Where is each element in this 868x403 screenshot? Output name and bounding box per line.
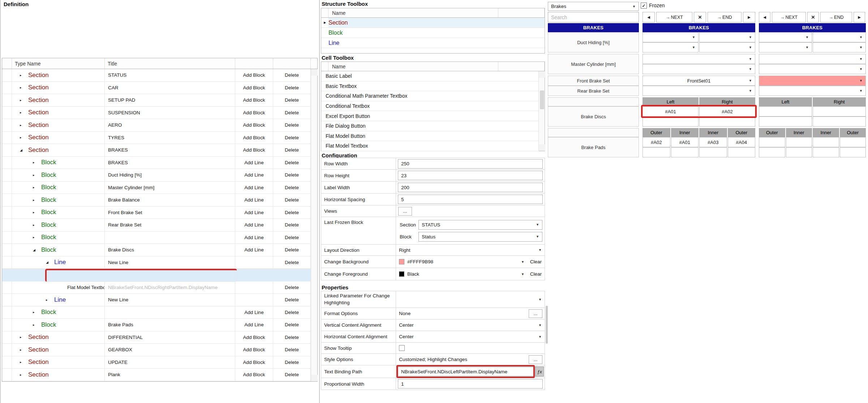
brake-disc-cell[interactable]: [813, 106, 866, 116]
cell-toolbox-item[interactable]: Conditional Math Parameter Textbox: [321, 91, 539, 101]
chevron-down-icon[interactable]: ▼: [805, 46, 809, 49]
nav-prev-button[interactable]: ◀: [759, 12, 770, 22]
delete-button[interactable]: Delete: [273, 369, 311, 381]
chevron-down-icon[interactable]: ▼: [859, 57, 863, 61]
cell-toolbox-item[interactable]: Basic Textbox: [321, 81, 539, 92]
brake-pad-cell[interactable]: [813, 147, 839, 157]
add-block-button[interactable]: Add Block: [235, 69, 273, 82]
nav-forward-button[interactable]: ▶: [743, 12, 755, 22]
expander-collapsed-icon[interactable]: ▸: [33, 223, 35, 227]
style-options-ellipsis-button[interactable]: ...: [529, 355, 542, 364]
add-line-button[interactable]: Add Line: [235, 306, 273, 319]
delete-button[interactable]: Delete: [273, 232, 311, 244]
expander-collapsed-icon[interactable]: ▸: [20, 348, 22, 352]
tree-row[interactable]: ▸SectionAEROAdd BlockDelete: [2, 119, 311, 132]
show-tooltip-checkbox[interactable]: [399, 345, 405, 351]
brake-pad-cell[interactable]: [699, 147, 727, 157]
delete-button[interactable]: Delete: [273, 269, 311, 269]
chevron-down-icon[interactable]: ▼: [521, 272, 524, 276]
tree-row[interactable]: ▸SectionDIFFERENTIALAdd BlockDelete: [2, 331, 311, 344]
change-background-clear-button[interactable]: Clear: [530, 259, 542, 264]
scroll-up-icon[interactable]: [311, 69, 318, 76]
horizontal-spacing-input[interactable]: 5: [398, 195, 543, 204]
tree-row[interactable]: ▸BlockBRAKESAdd LineDelete: [2, 157, 311, 169]
nav-next-button[interactable]: →NEXT: [656, 12, 692, 22]
duct-combobox[interactable]: ▼: [813, 42, 866, 52]
chevron-down-icon[interactable]: ▼: [692, 46, 695, 49]
delete-button[interactable]: Delete: [273, 306, 311, 319]
chevron-down-icon[interactable]: ▼: [859, 67, 863, 71]
brake-pad-cell[interactable]: [813, 137, 839, 147]
chevron-down-icon[interactable]: ▼: [859, 35, 863, 39]
cell-toolbox-item[interactable]: Excel Export Button: [321, 111, 539, 121]
expander-collapsed-icon[interactable]: ▸: [20, 123, 22, 127]
tree-row[interactable]: ✎Flat Model TextboxNBrakeSetFront.NDiscL…: [2, 269, 311, 281]
panel-splitter[interactable]: [319, 0, 320, 403]
chevron-down-icon[interactable]: ▼: [749, 89, 752, 93]
expander-collapsed-icon[interactable]: ▸: [33, 310, 35, 314]
brake-disc-cell[interactable]: [759, 106, 812, 116]
delete-button[interactable]: Delete: [273, 69, 311, 82]
vertical-alignment-combobox[interactable]: Center ▼: [396, 319, 545, 331]
tree-row[interactable]: ▸SectionSETUP PADAdd BlockDelete: [2, 94, 311, 107]
search-input[interactable]: Search: [548, 12, 639, 22]
cell-toolbox-item[interactable]: Flat Model Button: [321, 131, 539, 141]
header-title[interactable]: Title: [105, 58, 235, 69]
cell-header-name[interactable]: Name: [328, 62, 498, 71]
nav-forward-button[interactable]: ▶: [854, 12, 865, 22]
brake-pad-cell[interactable]: [786, 137, 812, 147]
chevron-down-icon[interactable]: ▼: [749, 67, 752, 71]
expander-collapsed-icon[interactable]: ▸: [20, 73, 22, 77]
chevron-down-icon[interactable]: ▼: [859, 46, 863, 49]
cell-toolbox-item[interactable]: Basic Label: [321, 71, 539, 81]
nav-end-button[interactable]: →END: [820, 12, 852, 22]
brake-disc-cell[interactable]: [699, 116, 755, 127]
delete-button[interactable]: Delete: [273, 281, 311, 294]
nav-end-button[interactable]: →END: [708, 12, 742, 22]
nav-close-button[interactable]: ×: [694, 12, 706, 22]
header-type-name[interactable]: Type Name: [12, 58, 105, 69]
add-line-button[interactable]: Add Line: [235, 244, 273, 256]
add-line-button[interactable]: Add Line: [235, 219, 273, 232]
tree-row[interactable]: ▸BlockFront Brake SetAdd LineDelete: [2, 207, 311, 219]
structure-toolbox-item-section[interactable]: ▶Section: [321, 18, 545, 28]
chevron-down-icon[interactable]: ▼: [692, 35, 695, 39]
master-cylinder-combobox[interactable]: ▼: [643, 64, 755, 74]
brake-pad-cell[interactable]: [840, 137, 866, 147]
add-block-button[interactable]: Add Block: [235, 82, 273, 94]
tree-row[interactable]: ▸BlockDuct Hiding [%]Add LineDelete: [2, 169, 311, 182]
brake-disc-cell[interactable]: [813, 116, 866, 127]
expander-collapsed-icon[interactable]: ▸: [20, 360, 22, 364]
add-block-button[interactable]: Add Block: [235, 132, 273, 144]
expander-collapsed-icon[interactable]: ▸: [46, 298, 48, 302]
brake-pad-cell[interactable]: #A04: [728, 137, 756, 147]
delete-button[interactable]: Delete: [273, 169, 311, 182]
tree-row[interactable]: ▸BlockAdd LineDelete: [2, 232, 311, 244]
brake-pad-cell[interactable]: [840, 147, 866, 157]
chevron-down-icon[interactable]: ▼: [859, 79, 863, 82]
delete-button[interactable]: Delete: [273, 207, 311, 219]
chevron-down-icon[interactable]: ▼: [859, 89, 863, 93]
change-background-picker[interactable]: #FFFF9B98 ▼ Clear: [396, 255, 545, 268]
expander-collapsed-icon[interactable]: ▸: [33, 323, 35, 327]
middle-scrollbar-thumb[interactable]: [546, 306, 548, 344]
chevron-down-icon[interactable]: ▼: [749, 46, 752, 49]
master-cylinder-combobox[interactable]: ▼: [759, 54, 866, 64]
brake-disc-cell[interactable]: [759, 116, 812, 127]
frozen-section-combobox[interactable]: STATUS ▼: [418, 220, 542, 230]
brake-pad-cell[interactable]: [759, 147, 785, 157]
expander-collapsed-icon[interactable]: ▸: [33, 173, 35, 177]
frozen-checkbox[interactable]: ✓: [641, 3, 647, 9]
front-brake-set-combobox[interactable]: ▼: [759, 76, 866, 86]
expander-collapsed-icon[interactable]: ▸: [33, 186, 35, 189]
tree-row[interactable]: ▸BlockBrake PadsAdd LineDelete: [2, 319, 311, 331]
chevron-down-icon[interactable]: ▼: [632, 5, 636, 8]
tree-row[interactable]: ▸BlockRear Brake SetAdd LineDelete: [2, 219, 311, 232]
master-cylinder-combobox[interactable]: ▼: [643, 54, 755, 64]
chevron-down-icon[interactable]: ▼: [538, 248, 542, 252]
expander-collapsed-icon[interactable]: ▸: [20, 111, 22, 114]
add-block-button[interactable]: Add Block: [235, 119, 273, 132]
definition-scrollbar[interactable]: [311, 69, 317, 381]
expander-collapsed-icon[interactable]: ▸: [33, 161, 35, 164]
change-foreground-picker[interactable]: Black ▼ Clear: [396, 268, 545, 280]
